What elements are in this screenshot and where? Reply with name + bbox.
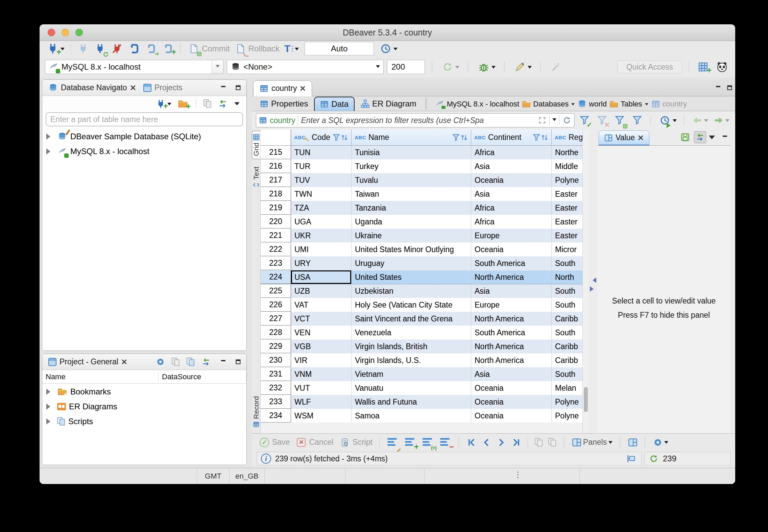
cell-continent[interactable]: Africa xyxy=(471,146,552,159)
cell-name[interactable]: Tunisia xyxy=(352,146,471,159)
cell-code[interactable]: TUR xyxy=(291,160,352,173)
cell-code[interactable]: WLF xyxy=(291,395,352,409)
magic-wand-button[interactable] xyxy=(548,60,564,74)
cell-region[interactable]: Northe xyxy=(552,146,582,159)
cell-num[interactable]: 218 xyxy=(261,187,291,201)
cell-num[interactable]: 215 xyxy=(261,146,291,159)
cell-code[interactable]: WSM xyxy=(291,409,352,422)
cell-code[interactable]: TUN xyxy=(291,146,352,159)
cell-region[interactable]: South xyxy=(552,298,582,312)
minimize-view-button[interactable] xyxy=(219,358,227,366)
minimize-view-button[interactable] xyxy=(720,133,729,142)
filter-funnel-icon[interactable] xyxy=(533,134,540,141)
add-row-button[interactable] xyxy=(402,436,418,449)
table-row[interactable]: 225UZBUzbekistanAsiaSouth xyxy=(261,284,582,298)
table-row[interactable]: 222UMIUnited States Minor OutlyingOceani… xyxy=(261,243,582,257)
remove-filter-button[interactable]: ✕ xyxy=(594,114,610,127)
tree-item-scripts[interactable]: Scripts xyxy=(42,414,246,429)
column-header-name[interactable]: ABC Name xyxy=(352,129,471,145)
tree-item-bookmarks[interactable]: Bookmarks xyxy=(42,384,246,399)
close-window-button[interactable] xyxy=(48,29,55,36)
expand-chevron-icon[interactable] xyxy=(46,134,53,140)
cell-continent[interactable]: South America xyxy=(471,326,552,339)
reconnect-button[interactable] xyxy=(92,42,108,55)
save-value-button[interactable] xyxy=(679,131,691,143)
first-row-button[interactable] xyxy=(465,437,478,448)
expand-all-button[interactable] xyxy=(185,357,196,367)
table-row[interactable]: 215TUNTunisiaAfricaNorthe xyxy=(261,146,582,160)
cell-num[interactable]: 221 xyxy=(261,229,291,242)
tab-properties[interactable]: Properties xyxy=(255,97,313,111)
cell-name[interactable]: Taiwan xyxy=(352,187,471,201)
save-button[interactable]: ✓ Save xyxy=(257,436,291,449)
cell-continent[interactable]: Asia xyxy=(471,367,552,381)
tab-grid[interactable]: Grid xyxy=(252,131,260,159)
cell-region[interactable]: North xyxy=(552,270,582,284)
collapse-all-button[interactable] xyxy=(170,357,182,367)
filter-history-dropdown[interactable] xyxy=(552,118,556,123)
cell-continent[interactable]: Africa xyxy=(471,215,552,228)
cell-code[interactable]: UZB xyxy=(291,284,352,298)
save-filter-button[interactable] xyxy=(612,114,627,127)
cell-code[interactable]: VIR xyxy=(291,354,352,367)
cell-num[interactable]: 231 xyxy=(261,367,291,381)
cell-continent[interactable]: North America xyxy=(471,340,552,353)
cell-region[interactable]: Middle xyxy=(552,160,582,173)
cell-num[interactable]: 229 xyxy=(261,340,291,353)
close-icon[interactable] xyxy=(300,86,306,91)
sync-parameters-button[interactable] xyxy=(440,60,461,74)
table-filter-input[interactable] xyxy=(50,115,238,124)
column-header-region[interactable]: ABC Reg xyxy=(552,129,582,145)
panels-button[interactable]: Panels xyxy=(570,437,614,448)
expand-chevron-icon[interactable] xyxy=(46,148,53,154)
last-row-button[interactable] xyxy=(510,437,523,448)
filter-funnel-icon[interactable] xyxy=(333,134,340,141)
cell-code[interactable]: VGB xyxy=(291,340,352,353)
minimize-window-button[interactable] xyxy=(62,29,69,36)
cell-continent[interactable]: South America xyxy=(471,257,552,270)
script-button[interactable]: Script xyxy=(337,436,374,449)
cell-name[interactable]: Samoa xyxy=(352,409,471,422)
tree-item-sqlite[interactable]: DBeaver Sample Database (SQLite) xyxy=(42,129,246,144)
cell-continent[interactable]: Europe xyxy=(471,298,552,312)
new-folder-button[interactable] xyxy=(176,98,190,110)
highlight-button[interactable] xyxy=(512,60,533,74)
connection-dropdown-button[interactable] xyxy=(212,60,223,74)
table-row[interactable]: 232VUTVanuatuOceaniaMelan xyxy=(261,381,582,395)
cell-name[interactable]: Uganda xyxy=(352,215,471,228)
table-row[interactable]: 231VNMVietnamAsiaSouth xyxy=(261,367,582,381)
expand-chevron-icon[interactable] xyxy=(46,404,53,410)
cell-region[interactable]: Polyne xyxy=(552,173,582,187)
cell-region[interactable]: Easter xyxy=(552,201,582,215)
tab-record[interactable]: Record xyxy=(252,393,260,431)
cell-region[interactable]: Caribb xyxy=(552,340,582,353)
fetch-all-button[interactable] xyxy=(547,437,558,448)
previous-row-button[interactable] xyxy=(480,437,493,448)
grid-vertical-scrollbar[interactable] xyxy=(582,129,589,433)
table-row[interactable]: 229VGBVirgin Islands, BritishNorth Ameri… xyxy=(261,340,582,354)
cell-region[interactable]: Easter xyxy=(552,215,582,228)
delete-row-button[interactable] xyxy=(437,436,453,449)
minimize-editor-button[interactable] xyxy=(714,83,722,92)
cell-continent[interactable]: Oceania xyxy=(471,173,552,187)
database-combo[interactable]: <None> xyxy=(227,60,384,74)
cell-code[interactable]: VCT xyxy=(291,312,352,325)
quick-access-button[interactable]: Quick Access xyxy=(617,61,682,73)
cell-code[interactable]: VUT xyxy=(291,381,352,395)
close-icon[interactable] xyxy=(121,359,127,365)
cell-continent[interactable]: North America xyxy=(471,354,552,367)
connect-button[interactable] xyxy=(75,42,91,55)
cell-name[interactable]: Uruguay xyxy=(352,257,471,270)
transaction-mode-button[interactable] xyxy=(283,42,301,55)
sql-editor-button[interactable] xyxy=(126,42,142,55)
cell-code[interactable]: USA xyxy=(291,270,352,284)
cell-code[interactable]: UKR xyxy=(291,229,352,242)
tab-projects[interactable]: Projects xyxy=(141,80,185,96)
new-sql-editor-button[interactable] xyxy=(160,42,175,55)
table-row[interactable]: 218TWNTaiwanAsiaEaster xyxy=(261,187,582,201)
cell-continent[interactable]: North America xyxy=(471,312,552,325)
cell-region[interactable]: Polyne xyxy=(552,409,582,422)
auto-refresh-button[interactable] xyxy=(657,114,678,127)
project-settings-button[interactable] xyxy=(154,357,167,367)
apply-filter-button[interactable]: ✓ xyxy=(577,114,592,127)
